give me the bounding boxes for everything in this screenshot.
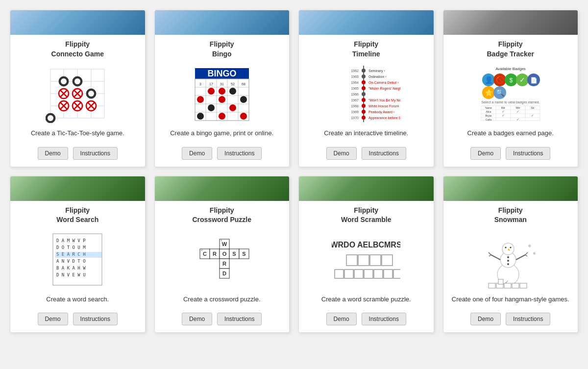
demo-button-crossword[interactable]: Demo <box>182 313 212 325</box>
svg-text:1962: 1962 <box>351 69 359 73</box>
svg-rect-153 <box>364 270 373 278</box>
svg-text:On-Camera Debut ›: On-Camera Debut › <box>368 81 399 84</box>
svg-text:✓: ✓ <box>505 279 509 285</box>
card-header-bingo <box>155 10 290 35</box>
svg-text:1964: 1964 <box>351 81 359 84</box>
svg-rect-152 <box>354 270 363 278</box>
card-header-word-scramble <box>299 176 434 201</box>
svg-point-59 <box>362 69 366 73</box>
svg-rect-178 <box>520 283 527 288</box>
card-desc-word-search: Create a word search. <box>40 292 115 309</box>
svg-text:Appearance before Senate ›: Appearance before Senate › <box>368 116 400 120</box>
svg-line-168 <box>525 255 527 256</box>
svg-text:✓: ✓ <box>502 114 505 117</box>
card-crossword: FlippityCrossword Puzzle C 2 R O S <box>154 176 290 333</box>
svg-point-29 <box>48 115 53 121</box>
svg-point-49 <box>197 113 204 120</box>
svg-point-160 <box>505 246 506 248</box>
svg-point-27 <box>88 91 94 97</box>
instructions-button-bingo[interactable]: Instructions <box>217 147 262 160</box>
svg-rect-149 <box>382 255 392 266</box>
svg-text:R: R <box>222 261 226 267</box>
card-header-crossword <box>155 176 290 201</box>
svg-line-165 <box>489 252 491 255</box>
card-header-connecto <box>10 10 145 35</box>
card-desc-crossword: Create a crossword puzzle. <box>177 292 267 309</box>
card-buttons-timeline: Demo Instructions <box>326 143 406 167</box>
card-image-word-scramble: WRDO AELBCMRS <box>299 228 434 292</box>
instructions-button-badge-tracker[interactable]: Instructions <box>506 147 550 160</box>
card-image-word-search: D A M W V P D O T O U M S E A R C H A N … <box>10 228 145 292</box>
svg-text:1965: 1965 <box>351 87 359 90</box>
svg-text:S: S <box>232 251 236 257</box>
demo-button-snowman[interactable]: Demo <box>470 313 501 325</box>
instructions-button-timeline[interactable]: Instructions <box>362 147 406 160</box>
svg-text:A N V D T O: A N V D T O <box>56 259 86 264</box>
svg-text:S: S <box>242 251 245 257</box>
svg-point-71 <box>362 92 366 96</box>
card-connecto: FlippityConnecto Game <box>10 10 146 167</box>
demo-button-timeline[interactable]: Demo <box>326 147 357 160</box>
instructions-button-crossword[interactable]: Instructions <box>217 313 262 325</box>
svg-text:R: R <box>213 251 217 257</box>
svg-point-65 <box>362 80 366 84</box>
svg-text:D O T O U M: D O T O U M <box>56 245 86 250</box>
svg-text:✓: ✓ <box>516 110 519 113</box>
svg-text:⭐: ⭐ <box>484 89 493 97</box>
instructions-button-word-scramble[interactable]: Instructions <box>362 313 406 325</box>
svg-text:👤: 👤 <box>484 76 493 84</box>
svg-text:Bdr: Bdr <box>501 106 505 109</box>
card-title-word-scramble: FlippityWord Scramble <box>337 201 395 228</box>
svg-line-164 <box>516 255 525 260</box>
card-buttons-badge-tracker: Demo Instructions <box>470 143 550 167</box>
card-timeline: FlippityTimeline 1962 Seminary › 1963 Or… <box>298 10 434 167</box>
svg-text:Ordination ›: Ordination › <box>368 75 387 78</box>
svg-text:17: 17 <box>209 82 213 86</box>
demo-button-word-scramble[interactable]: Demo <box>326 313 357 325</box>
svg-text:52: 52 <box>231 82 235 86</box>
svg-point-44 <box>197 96 204 103</box>
svg-text:📄: 📄 <box>530 76 537 84</box>
svg-text:Peabody Award ›: Peabody Award › <box>368 110 395 114</box>
svg-text:"Mister Rogers' Neigh..." ›: "Mister Rogers' Neigh..." › <box>368 87 400 91</box>
svg-text:Name: Name <box>485 106 492 109</box>
svg-text:Sci: Sci <box>531 106 534 109</box>
svg-text:Bryan: Bryan <box>485 114 491 117</box>
svg-text:1966: 1966 <box>351 93 359 96</box>
card-desc-badge-tracker: Create a badges earned page. <box>462 125 560 143</box>
card-image-timeline: 1962 Seminary › 1963 Ordination › 1964 O… <box>299 62 434 125</box>
svg-text:C: C <box>203 251 207 257</box>
svg-text:B A K A H W: B A K A H W <box>56 266 86 271</box>
svg-rect-151 <box>344 270 353 278</box>
svg-text:"Won't You Be My Neig..." ›: "Won't You Be My Neig..." › <box>368 98 400 102</box>
demo-button-badge-tracker[interactable]: Demo <box>470 147 501 160</box>
card-word-search: FlippityWord Search D A M W V P D O T O … <box>10 176 146 333</box>
svg-point-47 <box>208 104 215 111</box>
card-title-word-search: FlippityWord Search <box>52 201 102 228</box>
card-image-connecto <box>10 62 145 125</box>
svg-text:31: 31 <box>220 82 224 86</box>
svg-text:1967: 1967 <box>351 98 359 102</box>
instructions-button-snowman[interactable]: Instructions <box>506 313 550 325</box>
svg-point-79 <box>362 110 366 114</box>
svg-point-62 <box>362 74 366 78</box>
svg-text:D N V E W U: D N V E W U <box>56 272 86 277</box>
card-desc-snowman: Create one of four hangman-style games. <box>446 292 575 309</box>
card-title-bingo: FlippityBingo <box>206 35 238 62</box>
instructions-button-word-search[interactable]: Instructions <box>73 313 118 325</box>
card-image-crossword: C 2 R O S S W 1 <box>155 228 290 292</box>
demo-button-word-search[interactable]: Demo <box>38 313 68 325</box>
card-buttons-bingo: Demo Instructions <box>182 143 262 167</box>
svg-point-41 <box>208 88 215 95</box>
svg-text:🚫: 🚫 <box>495 76 504 84</box>
svg-text:✓: ✓ <box>502 110 505 113</box>
card-desc-connecto: Create a Tic-Tac-Toe-style game. <box>25 125 130 143</box>
demo-button-connecto[interactable]: Demo <box>38 147 68 160</box>
svg-text:BINGO: BINGO <box>207 69 236 78</box>
instructions-button-connecto[interactable]: Instructions <box>73 147 118 160</box>
card-image-snowman: ❄ ❄ ✓ <box>443 228 578 292</box>
svg-point-43 <box>229 88 236 95</box>
demo-button-bingo[interactable]: Demo <box>182 147 212 160</box>
card-word-scramble: FlippityWord Scramble WRDO AELBCMRS Cr <box>298 176 434 333</box>
svg-rect-155 <box>384 270 392 278</box>
